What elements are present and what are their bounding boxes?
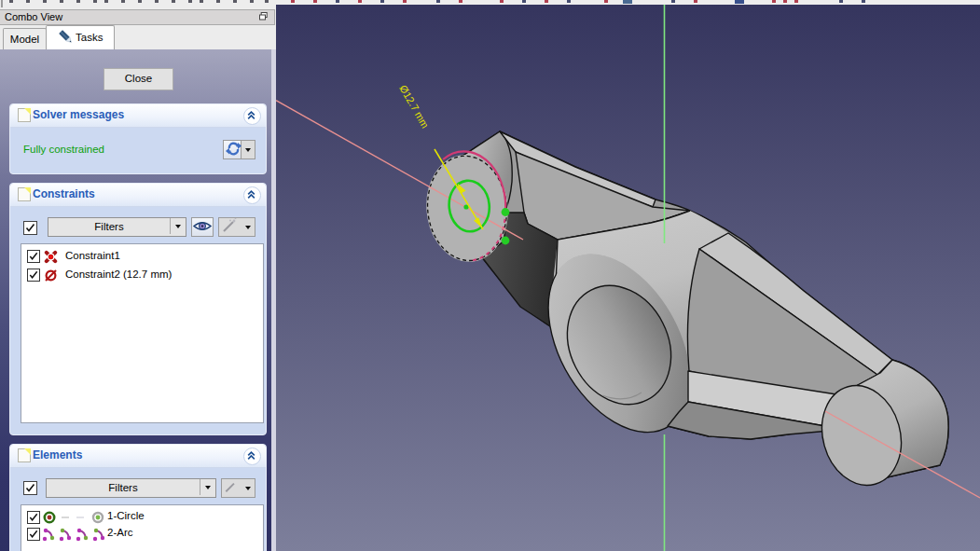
svg-text:Ø12.7 mm: Ø12.7 mm (397, 83, 431, 130)
